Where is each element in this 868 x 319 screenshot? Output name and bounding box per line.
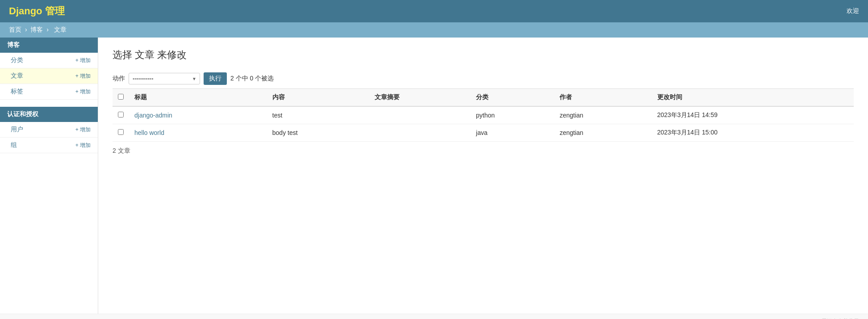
row-summary-0 bbox=[369, 106, 471, 124]
sidebar-item-article[interactable]: 文章 + 增加 bbox=[0, 68, 98, 84]
row-summary-1 bbox=[369, 124, 471, 142]
table-row: hello world body test java zengtian 2023… bbox=[113, 124, 854, 142]
row-checkbox-cell bbox=[113, 106, 129, 124]
select-all-checkbox[interactable] bbox=[118, 94, 124, 100]
row-modified-0: 2023年3月14日 14:59 bbox=[652, 106, 854, 124]
sidebar-item-category-add[interactable]: + 增加 bbox=[75, 57, 91, 64]
action-label: 动作 bbox=[113, 75, 125, 83]
sidebar: 博客 分类 + 增加 文章 + 增加 标签 + 增加 认证和授权 用户 + 增加… bbox=[0, 38, 98, 314]
welcome-text: 欢迎 bbox=[847, 7, 859, 15]
row-modified-1: 2023年3月14日 15:00 bbox=[652, 124, 854, 142]
main-content: 选择 文章 来修改 动作 ---------- 执行 2 个中 0 个被选 标题… bbox=[98, 38, 868, 314]
th-modified: 更改时间 bbox=[652, 89, 854, 107]
page-footer: CSDN @黑洞存在着蓝天 bbox=[0, 314, 868, 319]
th-checkbox bbox=[113, 89, 129, 107]
sidebar-item-article-add[interactable]: + 增加 bbox=[75, 72, 91, 80]
row-checkbox-1[interactable] bbox=[118, 129, 124, 135]
action-bar: 动作 ---------- 执行 2 个中 0 个被选 bbox=[113, 72, 854, 85]
sidebar-section-blog: 博客 bbox=[0, 38, 98, 53]
action-select[interactable]: ---------- bbox=[129, 73, 200, 84]
th-category: 分类 bbox=[471, 89, 554, 107]
header: Django 管理 欢迎 bbox=[0, 0, 868, 22]
sidebar-section-auth: 认证和授权 bbox=[0, 107, 98, 122]
table-header-row: 标题 内容 文章摘要 分类 作者 更改时间 bbox=[113, 89, 854, 107]
layout: 博客 分类 + 增加 文章 + 增加 标签 + 增加 认证和授权 用户 + 增加… bbox=[0, 38, 868, 314]
th-author: 作者 bbox=[554, 89, 651, 107]
sidebar-item-tag-label: 标签 bbox=[11, 88, 23, 96]
sidebar-item-category-label: 分类 bbox=[11, 56, 23, 64]
article-table: 标题 内容 文章摘要 分类 作者 更改时间 django-admin test … bbox=[113, 88, 854, 142]
app-title: Django 管理 bbox=[9, 4, 65, 18]
sidebar-item-user[interactable]: 用户 + 增加 bbox=[0, 122, 98, 138]
page-title: 选择 文章 来修改 bbox=[113, 48, 854, 62]
sidebar-item-group-label: 组 bbox=[11, 141, 17, 149]
table-footer: 2 文章 bbox=[113, 147, 854, 155]
th-title: 标题 bbox=[129, 89, 267, 107]
execute-button[interactable]: 执行 bbox=[204, 72, 227, 85]
row-title-1: hello world bbox=[129, 124, 267, 142]
sidebar-item-article-label: 文章 bbox=[11, 72, 23, 80]
breadcrumb-sep1: › bbox=[25, 26, 27, 33]
sidebar-item-group[interactable]: 组 + 增加 bbox=[0, 138, 98, 153]
row-category-1: java bbox=[471, 124, 554, 142]
table-row: django-admin test python zengtian 2023年3… bbox=[113, 106, 854, 124]
breadcrumb: 首页 › 博客 › 文章 bbox=[0, 22, 868, 38]
row-title-0: django-admin bbox=[129, 106, 267, 124]
sidebar-item-category[interactable]: 分类 + 增加 bbox=[0, 53, 98, 68]
article-link-0[interactable]: django-admin bbox=[134, 112, 172, 119]
breadcrumb-article: 文章 bbox=[54, 26, 67, 33]
article-link-1[interactable]: hello world bbox=[134, 129, 164, 136]
breadcrumb-home[interactable]: 首页 bbox=[9, 26, 21, 33]
sidebar-item-tag-add[interactable]: + 增加 bbox=[75, 88, 91, 96]
row-content-1: body test bbox=[267, 124, 369, 142]
selection-info: 2 个中 0 个被选 bbox=[230, 75, 274, 83]
action-select-wrapper: ---------- bbox=[129, 73, 200, 84]
row-author-0: zengtian bbox=[554, 106, 651, 124]
row-checkbox-0[interactable] bbox=[118, 112, 124, 118]
breadcrumb-blog[interactable]: 博客 bbox=[30, 26, 43, 33]
th-summary: 文章摘要 bbox=[369, 89, 471, 107]
sidebar-item-user-label: 用户 bbox=[11, 126, 23, 134]
sidebar-item-group-add[interactable]: + 增加 bbox=[75, 142, 91, 149]
row-category-0: python bbox=[471, 106, 554, 124]
row-content-0: test bbox=[267, 106, 369, 124]
breadcrumb-sep2: › bbox=[46, 26, 49, 33]
sidebar-item-user-add[interactable]: + 增加 bbox=[75, 126, 91, 134]
sidebar-item-tag[interactable]: 标签 + 增加 bbox=[0, 84, 98, 100]
row-author-1: zengtian bbox=[554, 124, 651, 142]
row-checkbox-cell bbox=[113, 124, 129, 142]
th-content: 内容 bbox=[267, 89, 369, 107]
table-body: django-admin test python zengtian 2023年3… bbox=[113, 106, 854, 142]
